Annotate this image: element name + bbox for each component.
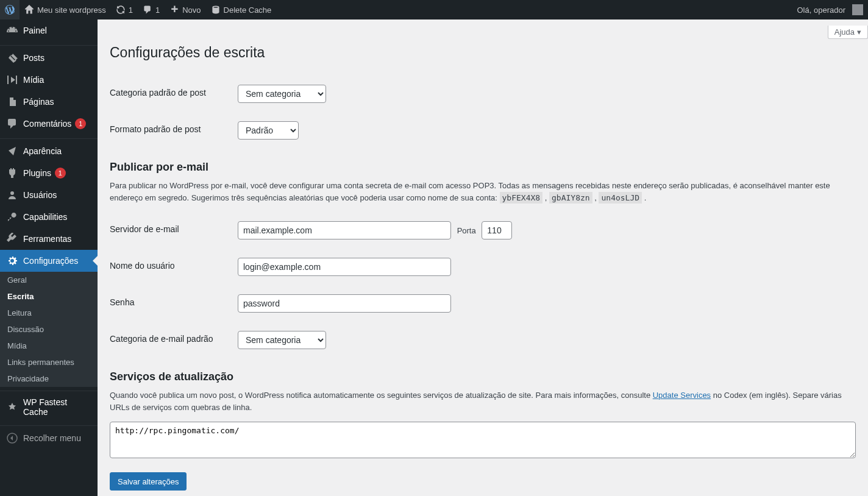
wordpress-logo-icon xyxy=(5,5,15,15)
key-icon xyxy=(6,211,18,223)
users-icon xyxy=(6,189,18,201)
avatar xyxy=(852,4,863,15)
home-icon xyxy=(24,5,34,15)
submenu-general[interactable]: Geral xyxy=(0,272,98,288)
submenu-permalinks[interactable]: Links permanentes xyxy=(0,354,98,370)
email-section-title: Publicar por e-mail xyxy=(110,161,856,174)
sidebar-appearance[interactable]: Aparência xyxy=(0,140,98,162)
comment-icon xyxy=(143,5,152,15)
admin-bar: Meu site wordpress 1 1 Novo Delete Cache… xyxy=(0,0,868,19)
plus-icon xyxy=(169,5,179,15)
login-input[interactable] xyxy=(238,258,451,276)
delete-cache-menu[interactable]: Delete Cache xyxy=(206,0,277,19)
sidebar-posts[interactable]: Posts xyxy=(0,47,98,69)
greeting-text: Olá, operador xyxy=(797,5,846,15)
sidebar-capabilities[interactable]: Capabilities xyxy=(0,206,98,228)
submenu-reading[interactable]: Leitura xyxy=(0,305,98,321)
plugins-icon xyxy=(6,167,18,179)
submenu-discussion[interactable]: Discussão xyxy=(0,321,98,338)
sidebar-users[interactable]: Usuários xyxy=(0,184,98,206)
mail-server-input[interactable] xyxy=(238,221,451,239)
help-tab[interactable]: Ajuda ▾ xyxy=(828,26,868,39)
update-icon xyxy=(116,5,126,15)
comments-icon xyxy=(6,118,18,130)
chevron-down-icon: ▾ xyxy=(857,27,861,37)
sidebar-media[interactable]: Mídia xyxy=(0,69,98,91)
page-title: Configurações de escrita xyxy=(110,39,856,63)
new-content-label: Novo xyxy=(182,5,201,15)
media-icon xyxy=(6,74,18,86)
updates-menu[interactable]: 1 xyxy=(111,0,138,19)
mail-server-label: Servidor de e-mail xyxy=(110,212,232,249)
save-button[interactable]: Salvar alterações xyxy=(110,472,187,491)
updates-count: 1 xyxy=(129,5,133,15)
sidebar-collapse[interactable]: Recolher menu xyxy=(0,427,98,449)
port-input[interactable] xyxy=(482,221,512,239)
ping-sites-textarea[interactable]: http://rpc.pingomatic.com/ xyxy=(110,422,856,458)
port-label: Porta xyxy=(457,226,476,235)
pages-icon xyxy=(6,96,18,108)
submenu-media[interactable]: Mídia xyxy=(0,338,98,354)
email-section-desc: Para publicar no WordPress por e-mail, v… xyxy=(110,180,856,204)
mail-category-select[interactable]: Sem categoria xyxy=(238,331,326,349)
sidebar-tools[interactable]: Ferramentas xyxy=(0,228,98,250)
sidebar-pages[interactable]: Páginas xyxy=(0,91,98,113)
plugins-badge: 1 xyxy=(55,168,66,179)
collapse-icon xyxy=(6,432,18,444)
sidebar-settings[interactable]: Configurações xyxy=(0,250,98,272)
default-format-label: Formato padrão de post xyxy=(110,112,232,149)
comments-menu[interactable]: 1 xyxy=(138,0,165,19)
suggestion-1: ybFEX4X8 xyxy=(500,192,543,204)
wp-logo-menu[interactable] xyxy=(0,0,20,19)
suggestion-2: gbAIY8zn xyxy=(549,192,592,204)
password-input[interactable] xyxy=(238,294,451,313)
comments-count: 1 xyxy=(155,5,160,15)
password-label: Senha xyxy=(110,285,232,322)
cache-plugin-icon xyxy=(6,401,18,413)
sidebar-comments[interactable]: Comentários 1 xyxy=(0,113,98,135)
suggestion-3: un4osLJD xyxy=(599,192,642,204)
default-category-select[interactable]: Sem categoria xyxy=(238,85,326,103)
submenu-privacy[interactable]: Privacidade xyxy=(0,370,98,387)
login-label: Nome do usuário xyxy=(110,249,232,285)
pin-icon xyxy=(6,52,18,64)
update-services-link[interactable]: Update Services xyxy=(653,391,711,400)
sidebar-wpfc[interactable]: WP Fastest Cache xyxy=(0,392,98,422)
appearance-icon xyxy=(6,145,18,157)
sidebar-dashboard[interactable]: Painel xyxy=(0,19,98,41)
mail-category-label: Categoria de e-mail padrão xyxy=(110,322,232,358)
delete-cache-label: Delete Cache xyxy=(224,5,272,15)
default-category-label: Categoria padrão de post xyxy=(110,76,232,112)
site-name-text: Meu site wordpress xyxy=(37,5,106,15)
admin-sidebar: Painel Posts Mídia Páginas Comentários 1… xyxy=(0,19,98,496)
my-account-menu[interactable]: Olá, operador xyxy=(792,0,869,19)
settings-submenu: Geral Escrita Leitura Discussão Mídia Li… xyxy=(0,272,98,387)
tools-icon xyxy=(6,233,18,245)
submenu-writing[interactable]: Escrita xyxy=(0,288,98,305)
update-section-title: Serviços de atualização xyxy=(110,370,856,383)
dashboard-icon xyxy=(6,24,18,37)
site-name-menu[interactable]: Meu site wordpress xyxy=(20,0,111,19)
update-section-desc: Quando você publica um novo post, o Word… xyxy=(110,389,856,413)
new-content-menu[interactable]: Novo xyxy=(165,0,205,19)
sidebar-plugins[interactable]: Plugins 1 xyxy=(0,162,98,184)
settings-icon xyxy=(6,255,18,267)
cache-icon xyxy=(211,5,221,15)
comments-badge: 1 xyxy=(75,118,86,129)
default-format-select[interactable]: Padrão xyxy=(238,121,299,140)
